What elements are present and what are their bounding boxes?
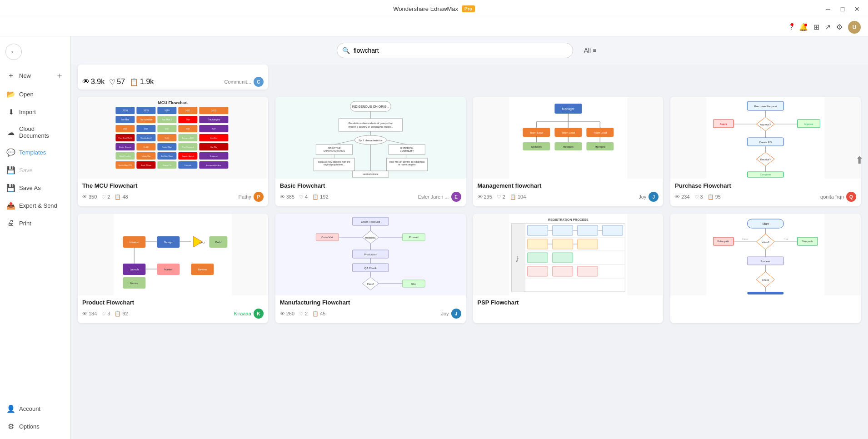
user-avatar[interactable]: U: [848, 21, 861, 34]
svg-rect-206: [577, 239, 598, 249]
card-manufacturing-flowchart[interactable]: Order Received Materials? Order Mat. Pro…: [275, 214, 466, 323]
svg-text:Purchase Request: Purchase Request: [754, 105, 777, 108]
svg-text:Review: Review: [198, 268, 207, 271]
svg-text:2011: 2011: [185, 109, 190, 112]
sidebar-item-import[interactable]: ⬇ Import: [0, 103, 70, 121]
card-title-product: Product Flowchart: [82, 299, 264, 306]
svg-text:lived in a country or geograph: lived in a country or geographic region.…: [348, 125, 393, 128]
svg-rect-203: [602, 225, 623, 235]
card-title-psp: PSP Flowchart: [478, 299, 659, 306]
svg-text:OK?: OK?: [200, 241, 205, 244]
svg-text:Process: Process: [761, 260, 771, 263]
basic-likes: ♡ 4: [299, 194, 308, 200]
manufacturing-copies: 📋 45: [312, 311, 325, 317]
svg-text:Ship: Ship: [411, 283, 416, 285]
svg-text:Members: Members: [563, 145, 573, 148]
sidebar-item-templates[interactable]: 💬 Templates: [0, 144, 70, 161]
sidebar-label-print: Print: [19, 220, 64, 227]
purchase-views: 👁 234: [675, 194, 689, 200]
svg-text:True: True: [784, 238, 788, 240]
author-avatar-product: K: [254, 309, 264, 319]
svg-text:Captain Am.2: Captain Am.2: [140, 137, 152, 139]
card-image-generic: Start Value? True True path False False …: [670, 214, 861, 295]
card-basic-flowchart[interactable]: INDIGENOUS ON ORIG... Populations descen…: [275, 97, 466, 206]
card-title-purchase: Purchase Flowchart: [675, 182, 856, 189]
svg-text:2008: 2008: [123, 109, 128, 112]
svg-text:Manager: Manager: [562, 107, 574, 111]
card-psp-flowchart[interactable]: REGISTRATION PROCESS Steps: [473, 214, 663, 323]
svg-rect-211: [577, 266, 598, 276]
sidebar-label-import: Import: [19, 109, 64, 115]
svg-text:Approve?: Approve?: [760, 123, 771, 126]
author-name-management: Joy: [639, 194, 646, 200]
sidebar-item-new[interactable]: ＋ New ＋: [0, 65, 70, 85]
basic-views: 👁 385: [280, 194, 294, 200]
card-title-manufacturing: Manufacturing Flowchart: [280, 299, 461, 306]
apps-icon[interactable]: ⊞: [813, 23, 819, 31]
app-title: Wondershare EdrawMax: [393, 5, 458, 12]
card-mcu-flowchart[interactable]: MCU Flowchart 2008 2009 2010 2011 2012: [78, 97, 268, 206]
svg-rect-200: [527, 225, 548, 235]
partial-placeholder-4: [670, 65, 861, 90]
back-circle-icon[interactable]: ←: [5, 44, 22, 60]
partial-placeholder-2: [275, 65, 466, 90]
svg-text:Complete: Complete: [760, 173, 771, 176]
partial-card-1[interactable]: 👁 3.9k ♡ 57 📋 1.9k Communit... C: [78, 65, 268, 90]
card-management-flowchart[interactable]: Manager Team Lead Team Lead Team Lead: [473, 97, 663, 206]
scroll-top-button[interactable]: ⬆: [855, 155, 863, 166]
notification-icon[interactable]: 🔔: [799, 23, 808, 31]
svg-text:Thor:Ragnarok: Thor:Ragnarok: [182, 146, 194, 148]
author-avatar-purchase: Q: [846, 192, 856, 202]
import-icon: ⬇: [6, 108, 15, 116]
share-icon[interactable]: ↗: [825, 23, 831, 31]
saveas-icon: 💾: [6, 184, 15, 192]
filter-icon: ≡: [593, 47, 596, 54]
svg-text:2017: 2017: [212, 128, 216, 130]
sidebar-label-cloud: Cloud Documents: [19, 125, 64, 139]
svg-text:Design: Design: [164, 241, 173, 244]
card-stats-purchase: 👁 234 ♡ 3 📋 95: [675, 194, 721, 200]
help-icon[interactable]: ?: [789, 23, 793, 31]
sidebar-item-saveas[interactable]: 💾 Save As: [0, 179, 70, 197]
svg-text:Approve: Approve: [804, 123, 813, 125]
back-button[interactable]: ←: [0, 40, 70, 64]
svg-text:Avengers,Ant-Man: Avengers,Ant-Man: [206, 164, 221, 166]
sidebar-label-options: Options: [19, 423, 64, 430]
title-bar: Wondershare EdrawMax Pro ─ □ ✕: [0, 0, 868, 18]
sidebar-item-export[interactable]: 📤 Export & Send: [0, 197, 70, 215]
card-title-management: Management flowchart: [478, 182, 659, 189]
main-layout: ← ＋ New ＋ 📂 Open ⬇ Import ☁ Cloud Docume…: [0, 36, 868, 439]
new-icon: ＋: [6, 71, 15, 80]
sidebar-label-export: Export & Send: [19, 202, 64, 209]
card-info-manufacturing: Manufacturing Flowchart 👁 260 ♡ 2 📋 45 J…: [275, 295, 466, 323]
sidebar-item-print[interactable]: 🖨 Print: [0, 215, 70, 232]
manufacturing-likes: ♡ 2: [299, 311, 308, 317]
minimize-button[interactable]: ─: [823, 4, 833, 15]
sidebar-label-templates: Templates: [19, 149, 64, 156]
filter-button[interactable]: All ≡: [579, 44, 602, 57]
settings-icon[interactable]: ⚙: [836, 23, 843, 31]
card-purchase-flowchart[interactable]: Purchase Request Approve? Reject Approve…: [670, 97, 861, 206]
card-author-manufacturing: Joy J: [441, 309, 461, 319]
svg-text:GotG2: GotG2: [143, 146, 149, 148]
sidebar-item-options[interactable]: ⚙ Options: [0, 418, 70, 435]
account-icon: 👤: [6, 404, 15, 413]
sidebar-item-cloud[interactable]: ☁ Cloud Documents: [0, 121, 70, 144]
svg-rect-204: [527, 239, 548, 249]
close-button[interactable]: ✕: [852, 4, 863, 15]
partial-card-1-stats: 👁 3.9k ♡ 57 📋 1.9k: [82, 78, 154, 86]
card-product-flowchart[interactable]: Ideation Design OK? Build Launch: [78, 214, 268, 323]
search-input[interactable]: [337, 43, 573, 58]
sidebar-item-account[interactable]: 👤 Account: [0, 400, 70, 418]
sidebar-item-open[interactable]: 📂 Open: [0, 85, 70, 103]
maximize-button[interactable]: □: [837, 4, 848, 15]
svg-text:Black Widow: Black Widow: [141, 164, 151, 166]
card-generic-flowchart[interactable]: Start Value? True True path False False …: [670, 214, 861, 323]
mcu-copies: 📋 48: [115, 194, 128, 200]
card-author-management: Joy J: [639, 192, 658, 202]
svg-text:Team Lead: Team Lead: [529, 131, 543, 134]
svg-text:Start: Start: [763, 222, 769, 225]
card-image-psp: REGISTRATION PROCESS Steps: [473, 214, 663, 295]
card-meta-mcu: 👁 350 ♡ 2 📋 48 Pathy P: [82, 192, 264, 202]
sidebar: ← ＋ New ＋ 📂 Open ⬇ Import ☁ Cloud Docume…: [0, 36, 70, 439]
